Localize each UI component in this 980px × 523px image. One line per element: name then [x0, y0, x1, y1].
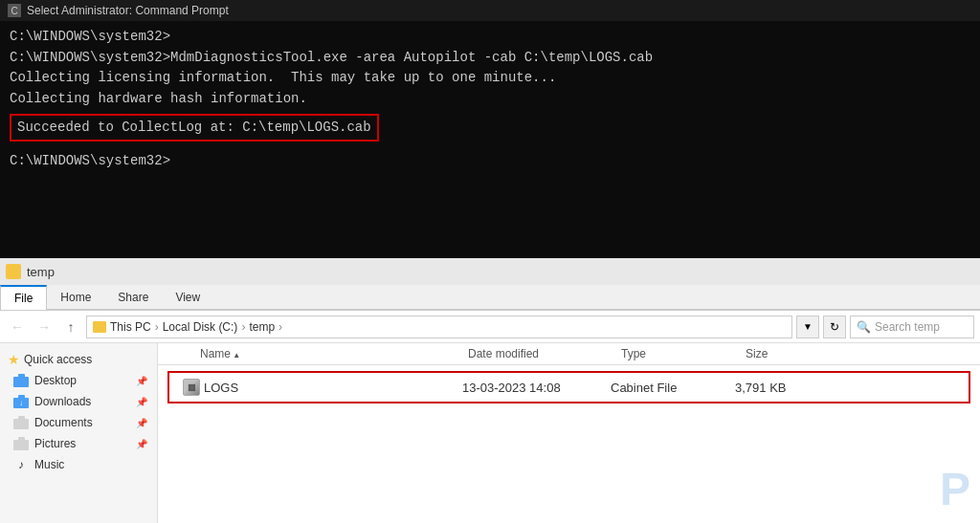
svg-rect-0 [13, 377, 29, 387]
file-row-logs[interactable]: ▦ LOGS 13-03-2023 14:08 Cabinet File 3,7… [167, 371, 970, 403]
desktop-folder-icon [13, 373, 29, 388]
cmd-icon: C [8, 4, 21, 17]
folder-icon-small [6, 264, 21, 279]
address-path[interactable]: This PC › Local Disk (C:) › temp › [86, 316, 792, 338]
sidebar-item-documents[interactable]: Documents 📌 [0, 412, 157, 433]
tab-view[interactable]: View [162, 285, 213, 309]
file-list: Name Date modified Type Size ▦ LOGS 13-0… [158, 343, 980, 523]
svg-rect-6 [18, 416, 25, 420]
file-size: 3,791 KB [735, 381, 831, 395]
cmd-line-4: Collecting hardware hash information. [10, 89, 970, 110]
search-box[interactable]: 🔍 Search temp [850, 316, 974, 338]
cmd-line-2: C:\WINDOWS\system32>MdmDiagnosticsTool.e… [10, 48, 970, 69]
cmd-titlebar: C Select Administrator: Command Prompt [0, 0, 980, 21]
pictures-folder-icon [13, 436, 29, 451]
address-bar: ← → ↑ This PC › Local Disk (C:) › temp ›… [0, 311, 980, 343]
back-button[interactable]: ← [6, 316, 29, 338]
cmd-success-text: Succeeded to CollectLog at: C:\temp\LOGS… [17, 120, 371, 135]
music-icon: ♪ [13, 457, 29, 472]
address-dropdown[interactable]: ▼ [796, 316, 819, 338]
explorer-ribbon: temp File Home Share View [0, 258, 980, 311]
sidebar: ★ Quick access Desktop 📌 ↓ Downloads 📌 [0, 343, 158, 523]
svg-text:↓: ↓ [19, 399, 23, 407]
tab-home[interactable]: Home [47, 285, 104, 309]
desktop-pin-icon: 📌 [136, 376, 147, 386]
explorer-main: ★ Quick access Desktop 📌 ↓ Downloads 📌 [0, 343, 980, 523]
sep-3: › [278, 320, 282, 334]
col-header-name[interactable]: Name [196, 347, 464, 360]
path-part-1: This PC [110, 320, 151, 334]
file-type: Cabinet File [611, 381, 735, 395]
refresh-button[interactable]: ↻ [823, 316, 846, 338]
col-header-type[interactable]: Type [617, 347, 742, 360]
svg-rect-8 [18, 437, 25, 441]
path-part-2: Local Disk (C:) [163, 320, 238, 334]
cmd-window: C Select Administrator: Command Prompt C… [0, 0, 980, 258]
path-folder-icon [93, 321, 106, 333]
search-placeholder: Search temp [875, 320, 940, 334]
sidebar-item-desktop[interactable]: Desktop 📌 [0, 370, 157, 391]
sidebar-downloads-label: Downloads [34, 395, 130, 408]
cmd-prompt-line: C:\WINDOWS\system32> [10, 151, 970, 172]
sep-1: › [155, 320, 159, 334]
cab-file-icon: ▦ [179, 379, 204, 396]
sidebar-pictures-label: Pictures [34, 437, 130, 450]
ribbon-top: temp [0, 258, 980, 285]
file-name: LOGS [204, 381, 462, 395]
svg-rect-7 [13, 440, 29, 450]
path-part-3: temp [249, 320, 275, 334]
cmd-line-1: C:\WINDOWS\system32> [10, 27, 970, 48]
pictures-pin-icon: 📌 [136, 439, 147, 449]
cmd-line-3: Collecting licensing information. This m… [10, 68, 970, 89]
search-icon: 🔍 [857, 320, 871, 334]
quick-access-label: Quick access [24, 353, 92, 366]
sidebar-documents-label: Documents [34, 416, 130, 429]
sidebar-desktop-label: Desktop [34, 374, 130, 387]
sidebar-item-music[interactable]: ♪ Music [0, 454, 157, 475]
explorer-window: temp File Home Share View ← → ↑ This PC … [0, 258, 980, 523]
tab-file[interactable]: File [0, 285, 47, 310]
downloads-pin-icon: 📌 [136, 397, 147, 407]
ribbon-tabs: File Home Share View [0, 285, 980, 310]
sidebar-item-downloads[interactable]: ↓ Downloads 📌 [0, 391, 157, 412]
file-date: 13-03-2023 14:08 [462, 381, 611, 395]
tab-share[interactable]: Share [104, 285, 162, 309]
file-list-header: Name Date modified Type Size [158, 343, 980, 365]
star-icon: ★ [8, 352, 20, 367]
col-header-date[interactable]: Date modified [464, 347, 617, 360]
up-button[interactable]: ↑ [59, 316, 82, 338]
forward-button[interactable]: → [33, 316, 56, 338]
documents-pin-icon: 📌 [136, 418, 147, 428]
documents-folder-icon [13, 415, 29, 430]
sidebar-music-label: Music [34, 458, 147, 471]
cab-icon-shape: ▦ [183, 379, 200, 396]
downloads-folder-icon: ↓ [13, 394, 29, 409]
col-header-size[interactable]: Size [742, 347, 837, 360]
watermark: P [940, 463, 970, 515]
svg-rect-1 [18, 374, 25, 378]
sep-2: › [241, 320, 245, 334]
sidebar-item-pictures[interactable]: Pictures 📌 [0, 433, 157, 454]
cmd-body: C:\WINDOWS\system32> C:\WINDOWS\system32… [0, 21, 980, 178]
cmd-success-box: Succeeded to CollectLog at: C:\temp\LOGS… [10, 114, 379, 142]
svg-rect-5 [13, 419, 29, 429]
explorer-folder-name: temp [27, 265, 55, 279]
cmd-title: Select Administrator: Command Prompt [27, 4, 229, 17]
sidebar-quick-access[interactable]: ★ Quick access [0, 349, 157, 370]
